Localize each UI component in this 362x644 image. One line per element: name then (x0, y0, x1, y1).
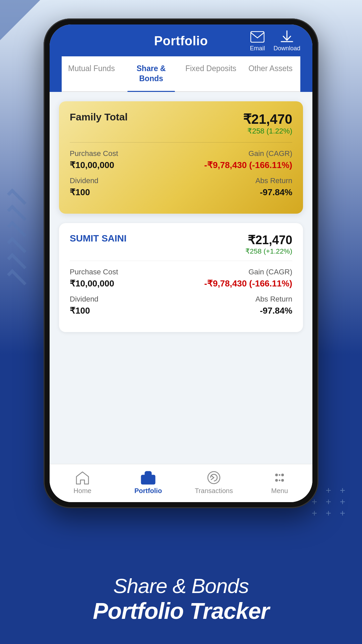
caption-line1: Share & Bonds (0, 574, 362, 598)
family-gain-cagr: Gain (CAGR) -₹9,78,430 (-166.11%) (204, 149, 292, 170)
download-button[interactable]: Download (274, 30, 300, 52)
menu-icon (271, 470, 288, 485)
svg-point-6 (275, 479, 278, 482)
user-dividend-value: ₹100 (70, 306, 99, 316)
family-purchase-cost-value: ₹10,00,000 (70, 160, 118, 170)
user-gain-cagr-value: -₹9,78,430 (-166.11%) (204, 278, 292, 289)
transactions-icon (205, 470, 223, 485)
user-total-value: ₹21,470 ₹258 (+1.22%) (245, 233, 292, 255)
nav-home[interactable]: Home (50, 470, 115, 495)
nav-home-label: Home (73, 487, 91, 495)
email-icon (249, 30, 265, 44)
email-button[interactable]: Email (249, 30, 265, 52)
home-icon (74, 470, 91, 485)
nav-menu[interactable]: Menu (247, 470, 312, 495)
email-label: Email (250, 45, 265, 52)
header-top: Portfolio Email (62, 34, 300, 48)
phone-screen: Portfolio Email (50, 24, 312, 502)
bottom-caption: Share & Bonds Portfolio Tracker (0, 574, 362, 624)
main-content: Family Total ₹21,470 ₹258 (1.22%) Purcha… (50, 92, 312, 464)
user-name: SUMIT SAINI (70, 233, 127, 244)
user-abs-return-value: -97.84% (255, 306, 292, 316)
portfolio-icon (139, 470, 157, 485)
svg-point-9 (279, 480, 281, 481)
family-total-label: Family Total (70, 111, 128, 123)
tab-other-assets[interactable]: Other Assets (241, 56, 300, 91)
family-amount: ₹21,470 (243, 111, 292, 127)
family-dividend: Dividend ₹100 (70, 176, 99, 198)
family-abs-return-value: -97.84% (255, 187, 292, 198)
caption-line2: Portfolio Tracker (0, 598, 362, 624)
family-purchase-cost: Purchase Cost ₹10,00,000 (70, 149, 118, 170)
dots-decoration (311, 487, 349, 517)
nav-portfolio-label: Portfolio (134, 487, 162, 495)
user-abs-return: Abs Return -97.84% (255, 295, 292, 316)
page-title: Portfolio (154, 34, 208, 48)
user-metrics-row1: Purchase Cost ₹10,00,000 Gain (CAGR) -₹9… (70, 268, 292, 289)
user-amount: ₹21,470 (245, 233, 292, 247)
bottom-nav: Home Portfolio (50, 464, 312, 502)
nav-menu-label: Menu (271, 487, 288, 495)
card-divider-1 (70, 142, 292, 143)
family-card-header: Family Total ₹21,470 ₹258 (1.22%) (70, 111, 292, 136)
family-metrics-row2: Dividend ₹100 Abs Return -97.84% (70, 176, 292, 198)
family-gain-cagr-value: -₹9,78,430 (-166.11%) (204, 160, 292, 170)
bg-chevrons (7, 195, 27, 282)
svg-rect-1 (141, 475, 155, 484)
tab-fixed-deposits[interactable]: Fixed Deposits (181, 56, 241, 91)
svg-point-8 (279, 474, 281, 476)
tab-share-bonds[interactable]: Share & Bonds (121, 56, 181, 91)
nav-portfolio[interactable]: Portfolio (115, 470, 181, 495)
app-header: Portfolio Email (50, 24, 312, 92)
family-metrics-row1: Purchase Cost ₹10,00,000 Gain (CAGR) -₹9… (70, 149, 292, 170)
user-purchase-cost: Purchase Cost ₹10,00,000 (70, 268, 118, 289)
svg-point-4 (275, 474, 278, 476)
tabs-bar: Mutual Funds Share & Bonds Fixed Deposit… (62, 56, 300, 92)
svg-point-5 (281, 474, 284, 476)
svg-point-7 (281, 479, 284, 482)
family-total-value: ₹21,470 ₹258 (1.22%) (243, 111, 292, 136)
family-gain: ₹258 (1.22%) (243, 127, 292, 136)
user-gain: ₹258 (+1.22%) (245, 247, 292, 255)
user-card-header: SUMIT SAINI ₹21,470 ₹258 (+1.22%) (70, 233, 292, 261)
svg-rect-0 (251, 32, 264, 42)
tab-mutual-funds[interactable]: Mutual Funds (62, 56, 121, 91)
phone-frame: Portfolio Email (44, 18, 318, 508)
bg-triangle-top (0, 0, 40, 40)
user-card: SUMIT SAINI ₹21,470 ₹258 (+1.22%) Purcha… (59, 223, 303, 332)
family-dividend-value: ₹100 (70, 187, 99, 198)
user-gain-cagr: Gain (CAGR) -₹9,78,430 (-166.11%) (204, 268, 292, 289)
svg-rect-2 (146, 478, 150, 479)
user-dividend: Dividend ₹100 (70, 295, 99, 316)
user-purchase-cost-value: ₹10,00,000 (70, 278, 118, 289)
download-icon (279, 30, 295, 44)
header-actions: Email Download (249, 30, 300, 52)
family-total-card: Family Total ₹21,470 ₹258 (1.22%) Purcha… (59, 101, 303, 214)
family-abs-return: Abs Return -97.84% (255, 176, 292, 198)
download-label: Download (274, 45, 300, 52)
user-metrics-row2: Dividend ₹100 Abs Return -97.84% (70, 295, 292, 316)
nav-transactions[interactable]: Transactions (181, 470, 247, 495)
nav-transactions-label: Transactions (195, 487, 233, 495)
